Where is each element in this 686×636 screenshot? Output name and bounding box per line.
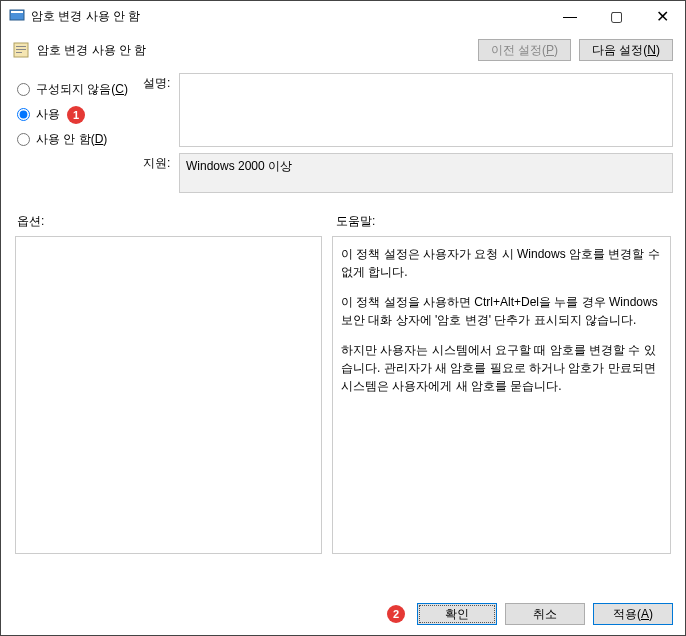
- radio-disabled[interactable]: 사용 안 함(D): [17, 131, 143, 148]
- maximize-button[interactable]: ▢: [593, 1, 639, 31]
- next-setting-button[interactable]: 다음 설정(N): [579, 39, 673, 61]
- close-button[interactable]: ✕: [639, 1, 685, 31]
- radio-disabled-input[interactable]: [17, 133, 30, 146]
- svg-rect-4: [16, 49, 26, 50]
- callout-marker-2: 2: [387, 605, 405, 623]
- apply-button[interactable]: 적용(A): [593, 603, 673, 625]
- radio-enabled-input[interactable]: [17, 108, 30, 121]
- svg-rect-3: [16, 46, 26, 47]
- radio-enabled[interactable]: 사용 1: [17, 106, 143, 123]
- dialog-footer: 2 확인 취소 적용(A): [387, 603, 673, 625]
- window-controls: — ▢ ✕: [547, 1, 685, 31]
- svg-rect-1: [11, 11, 23, 13]
- help-text-3: 하지만 사용자는 시스템에서 요구할 때 암호를 변경할 수 있습니다. 관리자…: [341, 341, 662, 395]
- options-label: 옵션:: [13, 213, 328, 230]
- help-text-2: 이 정책 설정을 사용하면 Ctrl+Alt+Del을 누를 경우 Window…: [341, 293, 662, 329]
- policy-title: 암호 변경 사용 안 함: [37, 42, 470, 59]
- policy-header: 암호 변경 사용 안 함 이전 설정(P) 다음 설정(N): [13, 39, 673, 61]
- description-label: 설명:: [143, 73, 179, 147]
- radio-not-configured[interactable]: 구성되지 않음(C): [17, 81, 143, 98]
- cancel-button[interactable]: 취소: [505, 603, 585, 625]
- ok-button[interactable]: 확인: [417, 603, 497, 625]
- window-title: 암호 변경 사용 안 함: [31, 8, 547, 25]
- help-pane[interactable]: 이 정책 설정은 사용자가 요청 시 Windows 암호를 변경할 수 없게 …: [332, 236, 671, 554]
- callout-marker-1: 1: [67, 106, 85, 124]
- prev-setting-button[interactable]: 이전 설정(P): [478, 39, 571, 61]
- support-box: Windows 2000 이상: [179, 153, 673, 193]
- options-pane[interactable]: [15, 236, 322, 554]
- radio-not-configured-input[interactable]: [17, 83, 30, 96]
- state-radio-group: 구성되지 않음(C) 사용 1 사용 안 함(D): [13, 73, 143, 199]
- help-text-1: 이 정책 설정은 사용자가 요청 시 Windows 암호를 변경할 수 없게 …: [341, 245, 662, 281]
- app-icon: [9, 8, 25, 24]
- minimize-button[interactable]: —: [547, 1, 593, 31]
- description-textarea[interactable]: [179, 73, 673, 147]
- title-bar: 암호 변경 사용 안 함 — ▢ ✕: [1, 1, 685, 31]
- svg-rect-5: [16, 52, 22, 53]
- support-label: 지원:: [143, 153, 179, 193]
- help-label: 도움말:: [328, 213, 375, 230]
- policy-icon: [13, 42, 29, 58]
